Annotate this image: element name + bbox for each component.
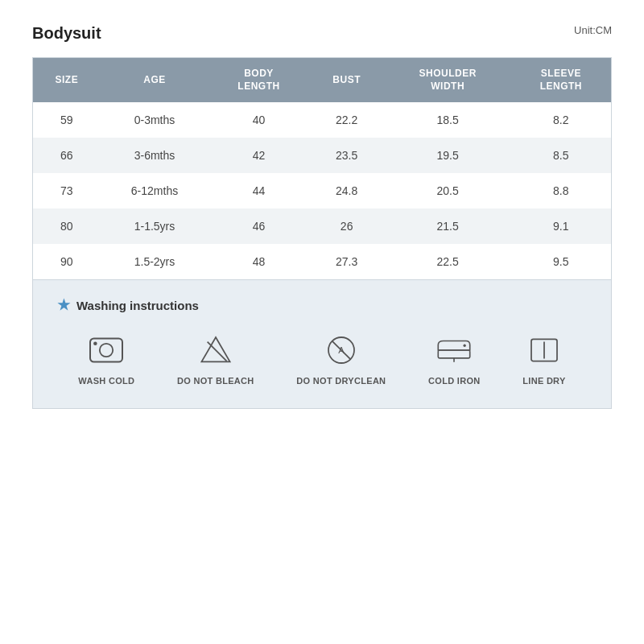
- cold-iron-icon: [434, 332, 474, 368]
- cell-0: 90: [33, 244, 101, 279]
- cell-5: 9.5: [511, 244, 611, 279]
- wash-cold-label: WASH COLD: [78, 376, 134, 386]
- no-dryclean-icon: A: [321, 332, 361, 368]
- wash-item-no-bleach: DO NOT BLEACH: [177, 332, 254, 386]
- cell-2: 44: [208, 173, 308, 208]
- cell-2: 42: [208, 138, 308, 173]
- svg-point-10: [464, 344, 466, 346]
- cell-3: 27.3: [309, 244, 385, 279]
- wash-cold-icon: [86, 332, 126, 368]
- size-table: SIZE AGE BODYLENGTH BUST SHOULDERWIDTH S…: [33, 58, 611, 279]
- cell-1: 1-1.5yrs: [101, 208, 209, 244]
- no-bleach-icon: [196, 332, 236, 368]
- unit-label: Unit:CM: [574, 24, 612, 36]
- cell-5: 8.8: [511, 173, 611, 208]
- wash-item-line-dry: LINE DRY: [522, 332, 565, 386]
- svg-point-2: [93, 341, 97, 345]
- no-dryclean-label: DO NOT DRYCLEAN: [296, 376, 386, 386]
- cell-3: 22.2: [309, 102, 385, 138]
- cell-4: 19.5: [385, 138, 511, 173]
- cell-5: 9.1: [511, 208, 611, 244]
- cell-1: 0-3mths: [101, 102, 209, 138]
- cell-2: 40: [208, 102, 308, 138]
- table-row: 901.5-2yrs4827.322.59.5: [33, 244, 611, 279]
- cell-2: 46: [208, 208, 308, 244]
- cell-0: 59: [33, 102, 101, 138]
- cell-1: 6-12mths: [101, 173, 209, 208]
- cell-4: 22.5: [385, 244, 511, 279]
- star-icon: ★: [57, 296, 70, 314]
- cell-4: 18.5: [385, 102, 511, 138]
- line-dry-label: LINE DRY: [522, 376, 565, 386]
- col-sleeve-length: SLEEVELENGTH: [511, 58, 611, 102]
- cell-5: 8.5: [511, 138, 611, 173]
- cell-5: 8.2: [511, 102, 611, 138]
- cell-0: 73: [33, 173, 101, 208]
- table-row: 736-12mths4424.820.58.8: [33, 173, 611, 208]
- cell-1: 1.5-2yrs: [101, 244, 209, 279]
- cell-2: 48: [208, 244, 308, 279]
- cell-0: 66: [33, 138, 101, 173]
- wash-item-no-dryclean: A DO NOT DRYCLEAN: [296, 332, 386, 386]
- cell-4: 20.5: [385, 173, 511, 208]
- wash-item-cold-iron: COLD IRON: [428, 332, 480, 386]
- table-header-row: SIZE AGE BODYLENGTH BUST SHOULDERWIDTH S…: [33, 58, 611, 102]
- svg-rect-8: [439, 350, 470, 358]
- table-row: 801-1.5yrs462621.59.1: [33, 208, 611, 244]
- cell-3: 24.8: [309, 173, 385, 208]
- cold-iron-label: COLD IRON: [428, 376, 480, 386]
- cell-3: 23.5: [309, 138, 385, 173]
- cell-4: 21.5: [385, 208, 511, 244]
- col-body-length: BODYLENGTH: [208, 58, 308, 102]
- col-age: AGE: [101, 58, 209, 102]
- cell-3: 26: [309, 208, 385, 244]
- no-bleach-label: DO NOT BLEACH: [177, 376, 254, 386]
- col-bust: BUST: [309, 58, 385, 102]
- col-size: SIZE: [33, 58, 101, 102]
- col-shoulder-width: SHOULDERWIDTH: [385, 58, 511, 102]
- wash-item-cold: WASH COLD: [78, 332, 134, 386]
- line-dry-icon: [524, 332, 564, 368]
- svg-text:A: A: [338, 345, 345, 355]
- svg-point-1: [100, 344, 113, 357]
- washing-title: ★ Washing instructions: [57, 296, 587, 314]
- page-title: Bodysuit: [32, 24, 101, 43]
- page-header: Bodysuit Unit:CM: [32, 24, 612, 43]
- washing-icons-row: WASH COLD DO NOT BLEACH: [57, 332, 587, 386]
- table-row: 590-3mths4022.218.58.2: [33, 102, 611, 138]
- table-row: 663-6mths4223.519.58.5: [33, 138, 611, 173]
- washing-section: ★ Washing instructions WASH COLD: [33, 279, 611, 408]
- cell-1: 3-6mths: [101, 138, 209, 173]
- cell-0: 80: [33, 208, 101, 244]
- washing-title-text: Washing instructions: [76, 299, 199, 312]
